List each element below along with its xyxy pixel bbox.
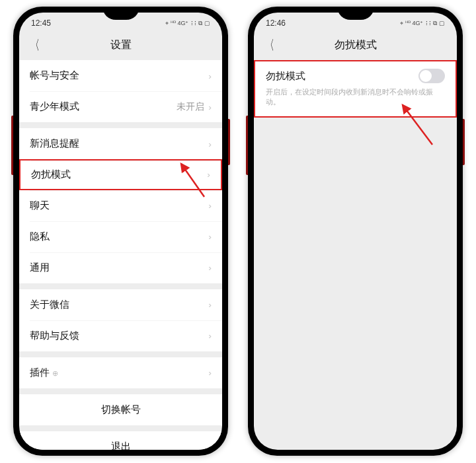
action-label: 退出: [111, 441, 131, 450]
row-label: 帐号与安全: [30, 69, 208, 82]
row-value: 未开启: [177, 101, 204, 113]
row-label: 聊天: [30, 199, 208, 212]
row-new-message[interactable]: 新消息提醒 ›: [19, 128, 222, 159]
page-title: 设置: [19, 38, 222, 52]
dnd-toggle[interactable]: [418, 69, 445, 83]
row-plugins[interactable]: 插件⊕ ›: [19, 357, 222, 388]
group-notifications: 新消息提醒 › 勿扰模式 › 聊天 › 隐私 › 通用 ›: [19, 128, 222, 283]
chevron-icon: ›: [208, 201, 212, 210]
row-label: 勿扰模式: [31, 168, 207, 181]
row-label: 关于微信: [30, 299, 208, 311]
dnd-toggle-section: 勿扰模式 开启后，在设定时间段内收到新消息时不会响铃或振动。: [254, 60, 457, 118]
row-help-feedback[interactable]: 帮助与反馈 ›: [19, 320, 222, 351]
chevron-icon: ›: [208, 263, 212, 272]
dnd-label: 勿扰模式: [266, 70, 418, 83]
chevron-icon: ›: [208, 300, 212, 309]
switch-account-button[interactable]: 切换帐号: [19, 394, 222, 425]
page-title: 勿扰模式: [254, 38, 457, 52]
group-plugins: 插件⊕ ›: [19, 357, 222, 388]
row-label: 通用: [30, 262, 208, 274]
logout-button[interactable]: 退出: [19, 431, 222, 450]
row-label: 插件⊕: [30, 367, 208, 379]
action-label: 切换帐号: [101, 404, 141, 416]
row-label: 帮助与反馈: [30, 330, 208, 342]
dnd-description: 开启后，在设定时间段内收到新消息时不会响铃或振动。: [266, 87, 445, 108]
header: 〈 勿扰模式: [254, 30, 457, 60]
chevron-icon: ›: [208, 368, 212, 377]
settings-list: 帐号与安全 › 青少年模式 未开启 › 新消息提醒 › 勿扰模式 ›: [19, 60, 222, 450]
row-chat[interactable]: 聊天 ›: [19, 190, 222, 221]
row-youth-mode[interactable]: 青少年模式 未开启 ›: [19, 91, 222, 122]
status-time: 12:46: [266, 18, 286, 28]
status-time: 12:45: [31, 18, 51, 28]
row-label: 隐私: [30, 231, 208, 243]
plugin-icon: ⊕: [52, 369, 58, 377]
screen: 12:46 ⌖ ᴴᴰ 4G⁺ ⫶⫶ ⧉ ▢ 〈 勿扰模式 勿扰模式 开启后，在设…: [254, 13, 457, 450]
back-button[interactable]: 〈: [30, 38, 40, 52]
dnd-content: 勿扰模式 开启后，在设定时间段内收到新消息时不会响铃或振动。: [254, 60, 457, 450]
header: 〈 设置: [19, 30, 222, 60]
group-account: 帐号与安全 › 青少年模式 未开启 ›: [19, 60, 222, 122]
status-icons: ⌖ ᴴᴰ 4G⁺ ⫶⫶ ⧉ ▢: [165, 20, 210, 27]
chevron-icon: ›: [207, 170, 210, 179]
row-general[interactable]: 通用 ›: [19, 252, 222, 283]
chevron-icon: ›: [208, 331, 212, 340]
status-icons: ⌖ ᴴᴰ 4G⁺ ⫶⫶ ⧉ ▢: [400, 20, 445, 27]
chevron-icon: ›: [208, 102, 212, 111]
row-about-wechat[interactable]: 关于微信 ›: [19, 289, 222, 320]
dnd-toggle-row: 勿扰模式: [266, 69, 445, 83]
row-privacy[interactable]: 隐私 ›: [19, 221, 222, 252]
group-about: 关于微信 › 帮助与反馈 ›: [19, 289, 222, 351]
row-label: 新消息提醒: [30, 137, 208, 150]
chevron-icon: ›: [208, 139, 212, 148]
row-label: 青少年模式: [30, 100, 177, 113]
chevron-icon: ›: [208, 232, 212, 241]
row-dnd-mode[interactable]: 勿扰模式 ›: [19, 159, 222, 190]
screen: 12:45 ⌖ ᴴᴰ 4G⁺ ⫶⫶ ⧉ ▢ 〈 设置 帐号与安全 › 青少年模式…: [19, 13, 222, 450]
phone-right: 12:46 ⌖ ᴴᴰ 4G⁺ ⫶⫶ ⧉ ▢ 〈 勿扰模式 勿扰模式 开启后，在设…: [248, 7, 463, 456]
back-button[interactable]: 〈: [265, 38, 274, 52]
row-account-security[interactable]: 帐号与安全 ›: [19, 60, 222, 91]
chevron-icon: ›: [208, 71, 212, 80]
phone-left: 12:45 ⌖ ᴴᴰ 4G⁺ ⫶⫶ ⧉ ▢ 〈 设置 帐号与安全 › 青少年模式…: [13, 7, 228, 456]
